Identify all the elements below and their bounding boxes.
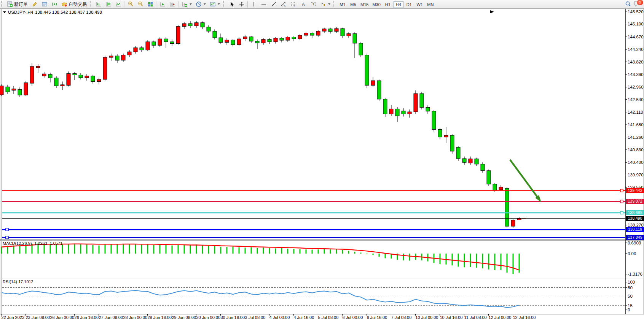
time-axis-label: 6 Jul 16:00 <box>367 315 387 320</box>
chart-window[interactable]: USDJPY-,H4 138.445 138.542 138.437 138.4… <box>0 8 644 322</box>
horizontal-line-button[interactable] <box>259 0 269 8</box>
tile-windows-icon <box>147 1 153 7</box>
trendline-icon <box>271 1 277 7</box>
time-axis-label: 23 Jun 08:00 <box>26 315 50 320</box>
new-order-icon <box>7 1 13 7</box>
chart-shift-button[interactable] <box>167 0 177 8</box>
fibonacci-button[interactable]: F <box>289 0 298 8</box>
zoom-in-button[interactable] <box>126 0 135 8</box>
svg-text:F: F <box>295 5 296 7</box>
bar-chart-button[interactable] <box>94 0 104 8</box>
price-axis-tick: 142.960 <box>628 85 644 89</box>
line-chart-icon <box>115 1 121 7</box>
auto-trading-button[interactable]: 自动交易 <box>59 0 89 8</box>
time-axis-label: 10 Jul 00:00 <box>416 315 438 320</box>
price-axis-tick: 143.820 <box>628 60 644 64</box>
channel-button[interactable]: E <box>279 0 289 8</box>
time-axis-label: 29 Jun 08:00 <box>172 315 196 320</box>
toolbar-grip <box>333 1 336 7</box>
signals-button[interactable] <box>49 0 59 8</box>
zoom-in-icon <box>128 1 134 7</box>
timeframe-button-m30[interactable]: M30 <box>371 1 382 8</box>
search-icon <box>625 1 631 8</box>
price-axis-tick: 144.670 <box>628 35 644 39</box>
price-line-label: 137.849 <box>626 235 644 240</box>
tile-windows-button[interactable] <box>145 0 155 8</box>
timeframe-button-w1[interactable]: W1 <box>415 1 425 8</box>
price-line-label: 138.119 <box>626 227 644 232</box>
alerts-button[interactable] <box>30 0 40 8</box>
trendline-button[interactable] <box>269 0 279 8</box>
cursor-button[interactable] <box>227 0 237 8</box>
macd-axis-tick: 0.00 <box>628 251 636 256</box>
price-axis-tick: 142.110 <box>628 110 643 114</box>
rsi-indicator-label: RSI(14) 17.1012 <box>3 279 33 284</box>
text-button[interactable]: A <box>298 0 308 8</box>
periods-icon <box>196 1 202 7</box>
line-chart-button[interactable] <box>113 0 123 8</box>
price-axis-tick: 141.260 <box>628 135 644 140</box>
toolbar: 新订单 自动交易 <box>0 0 644 9</box>
toolbar-separator <box>124 1 125 8</box>
timeframe-button-mn[interactable]: MN <box>426 1 435 8</box>
timeframe-button-d1[interactable]: D1 <box>404 1 414 8</box>
auto-scroll-icon <box>159 1 166 7</box>
price-line-label: 139.072 <box>626 199 644 204</box>
vertical-line-button[interactable] <box>249 0 259 8</box>
price-axis-tick: 145.520 <box>628 10 644 14</box>
text-label-icon: T <box>310 1 316 7</box>
time-axis-label: 28 Jun 16:00 <box>148 315 172 320</box>
rsi-axis-tick: 0 <box>628 308 630 312</box>
time-axis-label: 3 Jul 08:00 <box>245 315 266 320</box>
horizontal-line-icon <box>261 1 267 7</box>
timeframe-group: M1M5M15M30H1H4D1W1MN <box>337 1 436 8</box>
indicators-button[interactable] <box>180 0 194 8</box>
rsi-axis-tick: 80 <box>628 286 633 290</box>
time-axis-label: 5 Jul 08:00 <box>318 315 339 320</box>
time-axis-label: 22 Jun 2023 <box>2 315 25 320</box>
price-axis-tick: 143.390 <box>628 72 644 77</box>
timeframe-button-m15[interactable]: M15 <box>359 1 370 8</box>
notifications-button[interactable]: 1 <box>633 0 642 8</box>
rsi-axis-tick: 100 <box>628 280 635 284</box>
crosshair-button[interactable] <box>237 0 247 8</box>
symbol-period-label: USDJPY-,H4 <box>8 10 33 14</box>
vertical-line-icon <box>251 1 257 7</box>
auto-trading-label: 自动交易 <box>69 1 87 8</box>
timeframe-button-m5[interactable]: M5 <box>348 1 358 8</box>
time-axis-label: 6 Jul 00:00 <box>343 315 363 320</box>
time-axis-label: 4 Jul 16:00 <box>294 315 314 320</box>
arrows-button[interactable] <box>318 0 332 8</box>
timeframe-button-h1[interactable]: H1 <box>383 1 393 8</box>
dropdown-caret <box>218 3 220 5</box>
symbol-dropdown-icon[interactable] <box>3 11 6 13</box>
price-axis-tick: 145.100 <box>628 22 644 26</box>
toolbar-separator <box>247 1 248 8</box>
macd-indicator-label: MACD(12,26,9) -1.2263 -1.0571 <box>3 241 62 246</box>
dropdown-caret <box>204 3 206 5</box>
timeframe-button-m1[interactable]: M1 <box>338 1 348 8</box>
chart-canvas[interactable] <box>0 8 644 322</box>
time-axis-label: 30 Jun 16:00 <box>221 315 245 320</box>
data-window-button[interactable] <box>40 0 49 8</box>
auto-scroll-button[interactable] <box>158 0 167 8</box>
rsi-axis-tick: 50 <box>628 294 633 298</box>
price-axis-tick: 139.970 <box>628 173 644 177</box>
zoom-out-button[interactable] <box>135 0 145 8</box>
new-order-button[interactable]: 新订单 <box>5 0 30 8</box>
candlestick-chart-button[interactable] <box>104 0 113 8</box>
price-axis-tick: 140.400 <box>628 160 644 165</box>
zoom-out-icon <box>137 1 143 7</box>
indicators-icon <box>182 1 188 7</box>
dropdown-caret <box>190 3 192 5</box>
alerts-icon <box>32 1 38 7</box>
templates-button[interactable] <box>208 0 222 8</box>
search-button[interactable] <box>623 0 633 8</box>
toolbar-grip <box>1 1 4 7</box>
timeframe-button-h4[interactable]: H4 <box>394 1 403 8</box>
periods-button[interactable] <box>194 0 208 8</box>
text-label-button[interactable]: T <box>308 0 318 8</box>
toolbar-grip <box>90 1 92 7</box>
price-axis-tick: 142.540 <box>628 97 644 102</box>
candlestick-chart-icon <box>105 1 112 7</box>
